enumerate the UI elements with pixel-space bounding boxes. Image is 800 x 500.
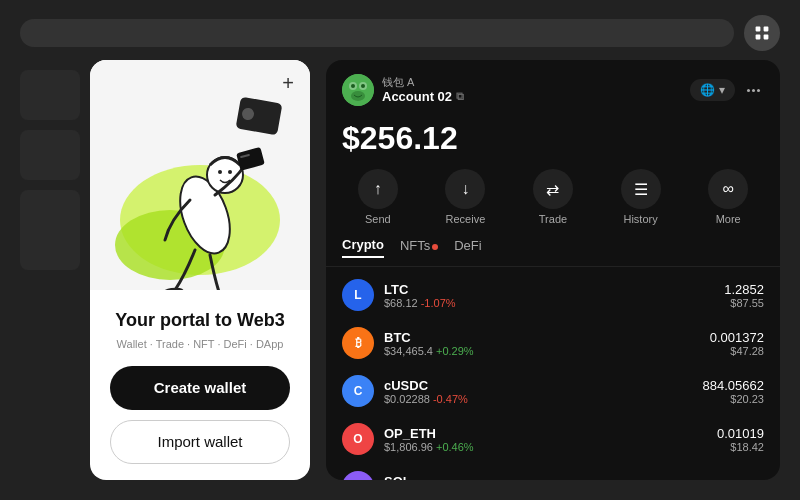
tabs-row: Crypto NFTs DeFi [326,237,780,267]
menu-dot-2 [752,89,755,92]
svg-point-9 [228,170,232,174]
op-eth-change: +0.46% [436,441,474,453]
tab-crypto[interactable]: Crypto [342,237,384,258]
history-label: History [623,213,657,225]
sidebar-block-2 [20,130,80,180]
receive-icon-circle: ↓ [445,169,485,209]
token-row-ltc[interactable]: L LTC $68.12 -1.07% 1.2852 $87.55 [326,271,780,319]
account-info: 钱包 A Account 02 ⧉ [342,74,464,106]
tab-nfts[interactable]: NFTs [400,238,438,257]
ltc-name: LTC [384,282,724,297]
cusdc-icon: C [342,375,374,407]
svg-rect-1 [764,27,769,32]
balance-amount: $256.12 [342,120,764,157]
btc-change: +0.29% [436,345,474,357]
account-name: Account 02 ⧉ [382,89,464,104]
token-row-cusdc[interactable]: C cUSDC $0.02288 -0.47% 884.05662 $20.23 [326,367,780,415]
intro-text-area: Your portal to Web3 Wallet · Trade · NFT… [90,290,310,480]
cusdc-balance: 884.05662 $20.23 [703,378,764,405]
crypto-list: L LTC $68.12 -1.07% 1.2852 $87.55 ₿ BTC [326,267,780,480]
op-eth-name: OP_ETH [384,426,717,441]
more-icon-circle: ∞ [708,169,748,209]
trade-label: Trade [539,213,567,225]
sidebar-block-3 [20,190,80,270]
menu-dot-3 [757,89,760,92]
dashboard-panel: 钱包 A Account 02 ⧉ 🌐 ▾ [326,60,780,480]
expand-button[interactable] [744,15,780,51]
svg-point-8 [218,170,222,174]
main-content: + [90,60,780,480]
op-eth-price: $1,806.96 +0.46% [384,441,717,453]
sol-amount: 0.4587 [724,480,764,481]
op-eth-amount: 0.01019 [717,426,764,441]
svg-rect-0 [756,27,761,32]
svg-point-16 [342,74,374,106]
action-more[interactable]: ∞ More [684,169,772,225]
op-eth-balance: 0.01019 $18.42 [717,426,764,453]
token-row-sol[interactable]: S SOL ... 0.4587 [326,463,780,480]
token-row-btc[interactable]: ₿ BTC $34,465.4 +0.29% 0.001372 $47.28 [326,319,780,367]
op-eth-icon: O [342,423,374,455]
cusdc-change: -0.47% [433,393,468,405]
sidebar-left [20,70,80,480]
action-history[interactable]: ☰ History [597,169,685,225]
ltc-balance: 1.2852 $87.55 [724,282,764,309]
portal-subtitle: Wallet · Trade · NFT · DeFi · DApp [117,338,284,350]
cusdc-price: $0.02288 -0.47% [384,393,703,405]
btc-value: $47.28 [710,345,764,357]
illustration-area: + [90,60,310,290]
svg-point-12 [159,286,184,290]
cusdc-info: cUSDC $0.02288 -0.47% [384,378,703,405]
balance-section: $256.12 [326,116,780,169]
create-wallet-button[interactable]: Create wallet [110,366,290,410]
cusdc-amount: 884.05662 [703,378,764,393]
history-icon-circle: ☰ [621,169,661,209]
more-label: More [716,213,741,225]
svg-point-21 [351,91,365,101]
op-eth-value: $18.42 [717,441,764,453]
btc-info: BTC $34,465.4 +0.29% [384,330,710,357]
portal-title: Your portal to Web3 [115,310,284,332]
btc-balance: 0.001372 $47.28 [710,330,764,357]
ltc-info: LTC $68.12 -1.07% [384,282,724,309]
receive-label: Receive [446,213,486,225]
menu-dot-1 [747,89,750,92]
account-details: 钱包 A Account 02 ⧉ [382,76,464,104]
sol-name: SOL [384,474,724,481]
sol-info: SOL ... [384,474,724,481]
nfts-dot [432,244,438,250]
btc-price: $34,465.4 +0.29% [384,345,710,357]
sidebar-block-1 [20,70,80,120]
op-eth-info: OP_ETH $1,806.96 +0.46% [384,426,717,453]
globe-dropdown-icon: ▾ [719,83,725,97]
top-bar [20,18,780,48]
btc-amount: 0.001372 [710,330,764,345]
svg-rect-3 [764,35,769,40]
header-actions: 🌐 ▾ [690,79,764,101]
ltc-amount: 1.2852 [724,282,764,297]
copy-icon[interactable]: ⧉ [456,90,464,103]
svg-point-20 [361,84,365,88]
action-receive[interactable]: ↓ Receive [422,169,510,225]
trade-icon-circle: ⇄ [533,169,573,209]
ltc-icon: L [342,279,374,311]
ltc-price: $68.12 -1.07% [384,297,724,309]
btc-icon: ₿ [342,327,374,359]
globe-button[interactable]: 🌐 ▾ [690,79,735,101]
svg-rect-2 [756,35,761,40]
svg-rect-10 [236,147,265,171]
action-trade[interactable]: ⇄ Trade [509,169,597,225]
dash-header: 钱包 A Account 02 ⧉ 🌐 ▾ [326,60,780,116]
action-row: ↑ Send ↓ Receive ⇄ Trade ☰ History ∞ Mor… [326,169,780,237]
plus-icon: + [282,72,294,95]
tab-defi[interactable]: DeFi [454,238,481,257]
import-wallet-button[interactable]: Import wallet [110,420,290,464]
ltc-value: $87.55 [724,297,764,309]
cusdc-value: $20.23 [703,393,764,405]
token-row-op-eth[interactable]: O OP_ETH $1,806.96 +0.46% 0.01019 $18.42 [326,415,780,463]
globe-icon: 🌐 [700,83,715,97]
cusdc-name: cUSDC [384,378,703,393]
menu-button[interactable] [743,85,764,96]
url-bar[interactable] [20,19,734,47]
action-send[interactable]: ↑ Send [334,169,422,225]
